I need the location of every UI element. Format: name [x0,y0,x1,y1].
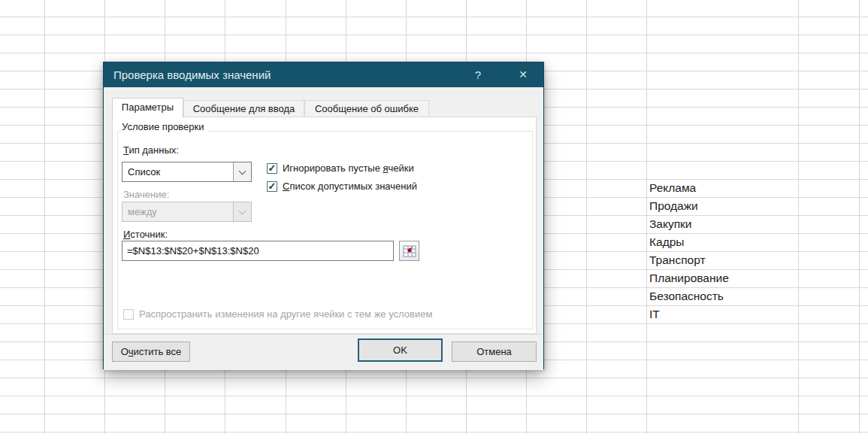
apply-to-all-checkbox: Распространить изменения на другие ячейк… [123,308,432,320]
validation-criteria-groupbox [117,131,533,329]
source-input[interactable]: =$N$13:$N$20+$N$13:$N$20 [122,241,394,261]
value-label: Значение: [123,189,169,200]
source-list-column: РекламаПродажиЗакупкиКадрыТранспортПлани… [648,179,798,323]
close-button[interactable]: ✕ [506,62,540,87]
ok-button[interactable]: OK [358,338,443,362]
spreadsheet-cell[interactable]: Закупки [648,215,798,233]
data-type-label: Тип данных: [123,144,179,156]
apply-to-all-label: Распространить изменения на другие ячейк… [139,308,432,320]
in-cell-dropdown-label: Список допустимых значений [283,181,417,192]
value-dropdown: между [122,202,252,222]
dialog-titlebar: Проверка вводимых значений ? ✕ [104,62,543,87]
source-label: Источник: [123,229,168,240]
spreadsheet-cell[interactable]: Реклама [648,179,798,197]
spreadsheet-cell[interactable]: Планирование [648,269,798,287]
dialog-title: Проверка вводимых значений [113,62,271,87]
dropdown-arrow-button [233,202,251,221]
collapse-dialog-button[interactable] [399,241,419,261]
chevron-down-icon [239,208,246,215]
range-selector-icon [403,245,416,257]
data-type-value: Список [128,166,160,178]
ignore-blank-label: Игнорировать пустые ячейки [283,162,414,174]
checkbox-unchecked-icon [123,309,134,320]
tab-error-alert[interactable]: Сообщение об ошибке [304,100,429,117]
spreadsheet-cell[interactable]: Кадры [648,233,798,251]
ignore-blank-checkbox[interactable]: ✓ Игнорировать пустые ячейки [267,162,414,174]
data-validation-dialog: Проверка вводимых значений ? ✕ Параметры… [103,62,544,369]
chevron-down-icon [239,168,246,175]
spreadsheet-cell[interactable]: Продажи [648,197,798,215]
spreadsheet-cell[interactable]: Безопасность [648,287,798,305]
dropdown-arrow-button[interactable] [233,162,251,181]
validation-criteria-label: Условие проверки [122,121,209,132]
spreadsheet-cell[interactable]: Транспорт [648,251,798,269]
clear-all-button[interactable]: Очистить все [112,341,190,362]
tab-parameters[interactable]: Параметры [112,98,183,118]
checkbox-checked-icon: ✓ [267,181,277,192]
value-dropdown-value: между [128,206,157,217]
data-type-dropdown[interactable]: Список [122,162,252,182]
tab-page-parameters: Условие проверки Тип данных: Список ✓ Иг… [112,117,537,334]
spreadsheet-cell[interactable]: IT [648,305,798,323]
checkbox-checked-icon: ✓ [267,163,277,174]
tab-input-message[interactable]: Сообщение для ввода [183,100,304,117]
cancel-button[interactable]: Отмена [452,341,537,362]
help-button[interactable]: ? [461,62,495,87]
dialog-footer: Очистить все OK Отмена [104,334,543,370]
in-cell-dropdown-checkbox[interactable]: ✓ Список допустимых значений [267,181,417,192]
